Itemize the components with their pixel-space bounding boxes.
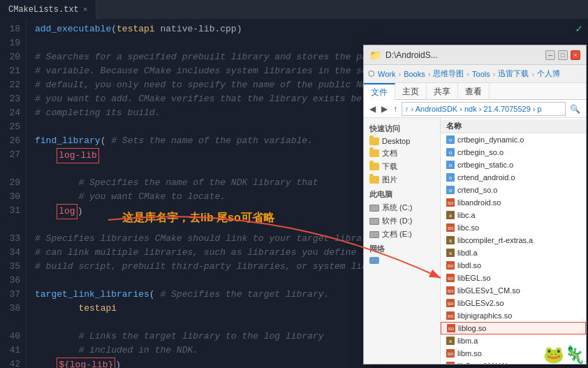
file-icon: so — [447, 324, 455, 332]
file-row[interactable]: solibc.so — [441, 221, 586, 234]
file-icon: o — [446, 148, 455, 156]
tab-home[interactable]: 主页 — [395, 83, 427, 100]
sidebar-item-network[interactable] — [364, 256, 440, 265]
file-icon: o — [446, 186, 455, 194]
file-icon: o — [446, 173, 455, 182]
close-btn[interactable]: × — [571, 50, 580, 60]
file-icon: a — [446, 337, 455, 345]
file-icon: a — [446, 249, 455, 257]
explorer-window: 📁 D:\AndroidS... ─ □ × ⬡ Work › Books › … — [363, 45, 587, 365]
file-icon: so — [446, 223, 455, 232]
sidebar-item-e[interactable]: 文档 (E:) — [364, 228, 440, 241]
file-row[interactable]: solibEGL.so — [441, 272, 586, 284]
sidebar-title-quickaccess: 快速访问 — [364, 121, 440, 135]
col-name-header: 名称 — [446, 121, 580, 131]
file-row[interactable]: ocrtbegin_so.o — [441, 146, 586, 159]
file-row[interactable]: ocrtbegin_dynamic.o — [441, 133, 586, 146]
code-line: add_executable(testapi native-lib.cpp) — [35, 22, 588, 36]
file-row[interactable]: solibjnigraphics.so — [441, 309, 586, 322]
quick-access-bar: ⬡ Work › Books › 思维导图 › Tools › 迅雷下载 › 个… — [364, 65, 586, 83]
file-row[interactable]: solibdl.so — [441, 259, 586, 272]
address-bar: ◀ ▶ ↑ ↑ › AndroidSDK › ndk › 21.4.707552… — [364, 100, 586, 118]
quick-link-mindmap[interactable]: 思维导图 — [433, 68, 464, 79]
quick-link-tools[interactable]: Tools — [472, 70, 490, 78]
tab-file[interactable]: 文件 — [364, 83, 395, 100]
quick-link-books[interactable]: Books — [404, 70, 425, 78]
tab-label: CMakeLists.txt — [8, 3, 79, 17]
tab-view[interactable]: 查看 — [458, 83, 490, 100]
file-icon: so — [446, 286, 455, 295]
quick-link-personal[interactable]: 个人博 — [537, 68, 560, 79]
explorer-content: 快速访问 Desktop 文档 下载 图片 此电脑 系统 (C:) 软件 (D:… — [364, 118, 586, 364]
file-icon: a — [446, 236, 455, 244]
file-icon: so — [446, 299, 455, 307]
file-row[interactable]: ocrtend_so.o — [441, 184, 586, 196]
quick-link-work[interactable]: Work — [378, 70, 395, 78]
file-row[interactable]: alibm.a — [441, 334, 586, 347]
forward-btn[interactable]: ▶ — [380, 104, 389, 114]
file-list-header: 名称 — [441, 119, 586, 133]
title-controls: ─ □ × — [545, 50, 580, 60]
file-list[interactable]: 名称 ocrtbegin_dynamic.o ocrtbegin_so.o oc… — [441, 118, 586, 364]
sidebar-item-desktop[interactable]: Desktop — [364, 135, 440, 147]
sidebar-title-thispc: 此电脑 — [364, 186, 440, 201]
explorer-sidebar: 快速访问 Desktop 文档 下载 图片 此电脑 系统 (C:) 软件 (D:… — [364, 118, 441, 364]
tab-bar: CMakeLists.txt × — [0, 0, 588, 20]
file-icon: so — [446, 349, 455, 358]
file-row[interactable]: solibOpenMAXAL.so — [441, 360, 586, 364]
file-row[interactable]: ocrtbegin_static.o — [441, 159, 586, 171]
sidebar-item-d[interactable]: 软件 (D:) — [364, 214, 440, 228]
file-icon: a — [446, 211, 455, 219]
file-row[interactable]: alibdl.a — [441, 246, 586, 259]
tab-share[interactable]: 共享 — [427, 83, 458, 100]
file-icon: o — [446, 161, 455, 169]
search-btn[interactable]: 🔍 — [568, 104, 582, 114]
explorer-title-bar: 📁 D:\AndroidS... ─ □ × — [364, 45, 586, 65]
file-row[interactable]: alibc.a — [441, 209, 586, 221]
file-icon: o — [446, 135, 455, 144]
close-icon[interactable]: × — [83, 3, 88, 17]
explorer-tabs: 文件 主页 共享 查看 — [364, 83, 586, 100]
file-icon: so — [446, 311, 455, 320]
sidebar-item-pictures[interactable]: 图片 — [364, 173, 440, 186]
file-icon: so — [446, 261, 455, 270]
back-btn[interactable]: ◀ — [368, 104, 377, 114]
explorer-title: D:\AndroidS... — [385, 50, 438, 60]
up-btn[interactable]: ↑ — [392, 104, 399, 114]
quick-link-thunder[interactable]: 迅雷下载 — [498, 68, 529, 79]
file-row-liblog[interactable]: soliblog.so — [441, 322, 586, 334]
sidebar-title-network: 网络 — [364, 241, 440, 256]
maximize-btn[interactable]: □ — [558, 50, 568, 60]
file-icon: so — [446, 198, 455, 207]
file-icon: so — [446, 274, 455, 282]
file-row[interactable]: solibm.so — [441, 347, 586, 360]
file-row[interactable]: solibandroid.so — [441, 196, 586, 209]
cmake-tab[interactable]: CMakeLists.txt × — [0, 0, 96, 20]
file-row[interactable]: solibGLESv1_CM.so — [441, 284, 586, 297]
file-icon: so — [446, 362, 455, 364]
address-path[interactable]: ↑ › AndroidSDK › ndk › 21.4.7075529 › p — [402, 102, 566, 116]
line-numbers: 18 19 20 21 22 23 24 25 26 27 29 30 31 3… — [0, 20, 27, 368]
sidebar-item-downloads[interactable]: 下载 — [364, 160, 440, 173]
file-row[interactable]: solibGLESv2.so — [441, 297, 586, 309]
sidebar-item-docs[interactable]: 文档 — [364, 147, 440, 160]
file-row[interactable]: ocrtend_android.o — [441, 171, 586, 184]
minimize-btn[interactable]: ─ — [545, 50, 555, 60]
file-row[interactable]: alibcompiler_rt-extras.a — [441, 234, 586, 246]
sidebar-item-c[interactable]: 系统 (C:) — [364, 201, 440, 214]
